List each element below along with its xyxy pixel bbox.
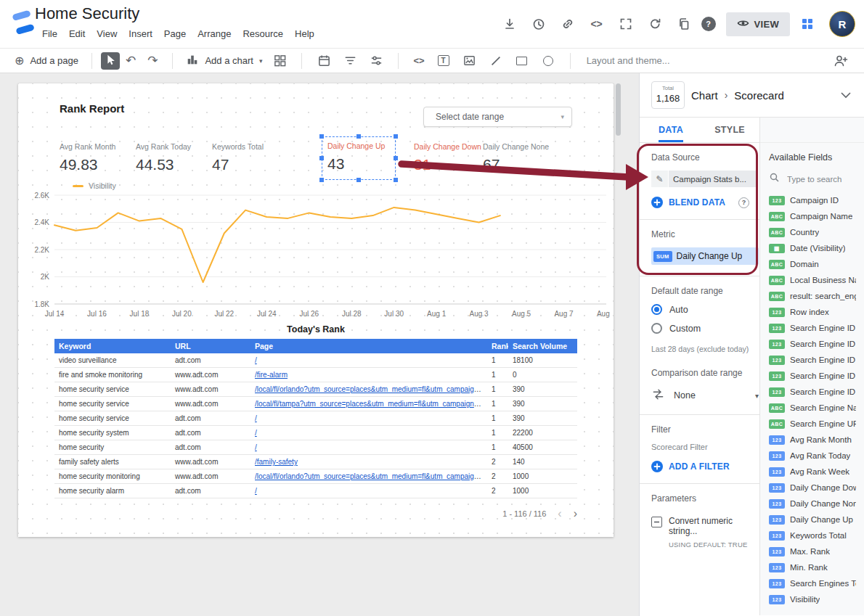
menu-item[interactable]: Insert (123, 25, 158, 42)
visibility-line-chart[interactable]: 1.8K2K2.2K2.4K2.6KJul 14Jul 16Jul 18Jul … (22, 189, 611, 323)
undo-button[interactable]: ↶ (120, 53, 142, 68)
page-link[interactable]: / (255, 414, 257, 422)
field-item[interactable]: 123 Search Engine ID (Visi... (760, 384, 864, 400)
fullscreen-icon[interactable] (614, 12, 637, 36)
line-tool-icon[interactable] (485, 52, 507, 70)
field-item[interactable]: ABC Search Engine Name (760, 400, 864, 416)
date-range-custom-radio[interactable]: Custom (651, 323, 751, 334)
table-column-header[interactable]: Rank (487, 339, 508, 353)
field-item[interactable]: 123 Max. Rank (760, 543, 864, 559)
menu-item[interactable]: Page (158, 25, 192, 42)
field-item[interactable]: 123 Search Engine ID (Avg) (760, 336, 864, 352)
data-control-icon[interactable] (365, 52, 387, 70)
share-add-person-icon[interactable] (830, 52, 852, 70)
table-column-header[interactable]: Keyword (54, 339, 171, 353)
field-item[interactable]: 123 Daily Change Down (760, 480, 864, 496)
page-link[interactable]: /local/fl/orlando?utm_source=places&utm_… (255, 385, 487, 393)
field-item[interactable]: 123 Avg Rank Today (760, 448, 864, 464)
download-icon[interactable] (498, 12, 521, 36)
tab-style[interactable]: STYLE (714, 118, 745, 142)
menu-item[interactable]: Edit (63, 25, 91, 42)
menu-item[interactable]: Help (289, 25, 320, 42)
page-link[interactable]: /local/fl/tampa?utm_source=places&utm_me… (255, 400, 487, 408)
avatar[interactable]: R (829, 11, 855, 37)
breadcrumb-chart[interactable]: Chart (691, 89, 718, 102)
report-canvas[interactable]: Rank Report Select date range ▾ Avg Rank… (18, 83, 614, 537)
field-item[interactable]: ABC Domain (760, 256, 864, 272)
fields-search[interactable] (760, 163, 864, 190)
field-item[interactable]: 123 Campaign ID (760, 192, 864, 208)
scorecard[interactable]: Daily Change Up 43 (322, 136, 396, 180)
menu-item[interactable]: File (36, 25, 63, 42)
aggregation-badge[interactable]: SUM (653, 251, 672, 262)
field-item[interactable]: 123 Min. Rank (760, 559, 864, 575)
menu-item[interactable]: Resource (237, 25, 289, 42)
embed-url-tool-icon[interactable]: <> (407, 54, 430, 67)
date-range-control-icon[interactable] (313, 52, 335, 70)
parameter-checkbox[interactable] (651, 517, 662, 527)
date-range-auto-radio[interactable]: Auto (651, 304, 751, 315)
blend-help-icon[interactable]: ? (738, 197, 749, 208)
scorecard[interactable]: Avg Rank Month 49.83 (60, 137, 132, 173)
comparison-date-select[interactable]: None ▾ (651, 387, 759, 403)
menu-item[interactable]: View (91, 25, 123, 42)
embed-code-icon[interactable]: <> (585, 12, 608, 36)
add-page-button[interactable]: ⊕ Add a page (10, 52, 83, 70)
field-item[interactable]: 123 Search Engine ID (Ove... (760, 368, 864, 384)
community-visualizations-icon[interactable] (269, 52, 290, 70)
page-link[interactable]: /family-safety (255, 458, 298, 466)
add-filter-button[interactable]: ADD A FILTER (651, 461, 751, 472)
page-link[interactable]: / (255, 356, 257, 364)
field-item[interactable]: 123 Search Engine ID (760, 320, 864, 336)
tab-data[interactable]: DATA (659, 118, 683, 142)
parameter-item[interactable]: Convert numeric string... USING DEFAULT:… (651, 516, 751, 549)
refresh-icon[interactable] (643, 12, 667, 36)
table-column-header[interactable]: Search Volume (508, 339, 577, 353)
field-item[interactable]: 123 Search Engines Total (760, 575, 864, 591)
field-item[interactable]: 123 Avg Rank Week (760, 464, 864, 480)
breadcrumb-scorecard[interactable]: Scorecard (734, 89, 783, 102)
page-link[interactable]: /fire-alarm (255, 371, 288, 379)
add-chart-button[interactable]: Add a chart ▾ (182, 50, 266, 71)
rank-table[interactable]: KeywordURLPageRankSearch Volume video su… (54, 339, 577, 498)
image-tool-icon[interactable] (459, 52, 481, 70)
scorecard[interactable]: Daily Change None 67 (483, 137, 555, 173)
circle-tool-icon[interactable] (537, 52, 559, 70)
page-link[interactable]: / (255, 443, 257, 451)
field-item[interactable]: 123 Daily Change Up (760, 512, 864, 527)
field-item[interactable]: 123 Visibility (760, 591, 864, 607)
field-item[interactable]: 123 Daily Change None (760, 496, 864, 512)
select-tool-button[interactable] (101, 52, 120, 70)
view-button[interactable]: VIEW (726, 12, 790, 36)
field-item[interactable]: 123 Keywords Total (760, 527, 864, 543)
field-item[interactable]: ABC Country (760, 224, 864, 240)
field-item[interactable]: 123 Search Engine ID (Cha... (760, 352, 864, 368)
page-link[interactable]: / (255, 487, 257, 495)
field-item[interactable]: ABC Campaign Name (760, 208, 864, 224)
field-item[interactable]: 123 Row index (760, 304, 864, 320)
rectangle-tool-icon[interactable] (511, 52, 533, 70)
help-icon[interactable]: ? (701, 17, 716, 31)
menu-item[interactable]: Arrange (192, 25, 237, 42)
prev-page-icon[interactable]: ‹ (558, 508, 561, 520)
report-title[interactable]: Home Security (35, 4, 320, 23)
field-item[interactable]: ABC Search Engine URL (760, 416, 864, 432)
page-link[interactable]: / (255, 429, 257, 437)
table-column-header[interactable]: URL (171, 339, 250, 353)
field-item[interactable]: ABC result: search_engine... (760, 288, 864, 304)
field-item[interactable]: ABC Local Business Name (760, 272, 864, 288)
field-item[interactable]: 123 Avg Rank Month (760, 432, 864, 448)
layout-theme-label[interactable]: Layout and theme... (587, 55, 670, 66)
edit-data-source-icon[interactable]: ✎ (651, 171, 669, 187)
text-tool-icon[interactable]: T (433, 52, 455, 70)
redo-button[interactable]: ↷ (142, 53, 163, 68)
data-studio-logo-icon[interactable] (9, 7, 38, 39)
collapse-panel-button[interactable] (836, 86, 855, 104)
page-link[interactable]: /local/fl/orlando?utm_source=places&utm_… (255, 472, 487, 480)
filter-control-icon[interactable] (339, 52, 361, 70)
metric-chip[interactable]: SUM Daily Change Up (651, 247, 759, 265)
date-range-control[interactable]: Select date range ▾ (423, 107, 572, 127)
next-page-icon[interactable]: › (574, 508, 577, 520)
field-item[interactable]: ▦ Date (Visibility) (760, 240, 864, 256)
link-icon[interactable] (556, 12, 579, 36)
